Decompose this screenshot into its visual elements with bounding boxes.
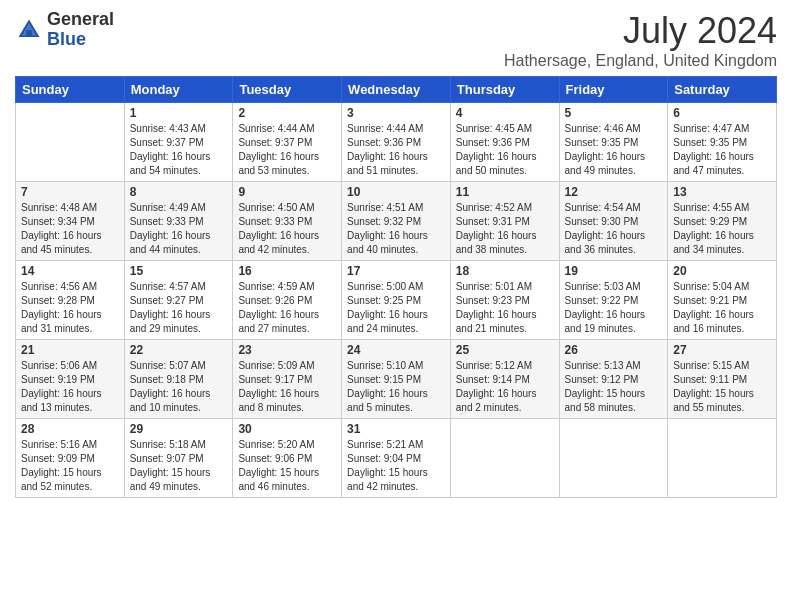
- day-info: Sunrise: 5:13 AMSunset: 9:12 PMDaylight:…: [565, 359, 663, 415]
- logo-blue: Blue: [47, 30, 114, 50]
- day-number: 13: [673, 185, 771, 199]
- day-info: Sunrise: 5:00 AMSunset: 9:25 PMDaylight:…: [347, 280, 445, 336]
- day-number: 15: [130, 264, 228, 278]
- day-info: Sunrise: 4:55 AMSunset: 9:29 PMDaylight:…: [673, 201, 771, 257]
- calendar-cell: 18Sunrise: 5:01 AMSunset: 9:23 PMDayligh…: [450, 261, 559, 340]
- day-number: 25: [456, 343, 554, 357]
- calendar-cell: 17Sunrise: 5:00 AMSunset: 9:25 PMDayligh…: [342, 261, 451, 340]
- calendar-cell: [450, 419, 559, 498]
- calendar-cell: 31Sunrise: 5:21 AMSunset: 9:04 PMDayligh…: [342, 419, 451, 498]
- calendar-week-row: 1Sunrise: 4:43 AMSunset: 9:37 PMDaylight…: [16, 103, 777, 182]
- day-number: 11: [456, 185, 554, 199]
- day-info: Sunrise: 5:18 AMSunset: 9:07 PMDaylight:…: [130, 438, 228, 494]
- calendar-cell: [559, 419, 668, 498]
- day-info: Sunrise: 5:12 AMSunset: 9:14 PMDaylight:…: [456, 359, 554, 415]
- day-number: 23: [238, 343, 336, 357]
- day-number: 27: [673, 343, 771, 357]
- day-number: 24: [347, 343, 445, 357]
- calendar-cell: 5Sunrise: 4:46 AMSunset: 9:35 PMDaylight…: [559, 103, 668, 182]
- day-number: 30: [238, 422, 336, 436]
- day-info: Sunrise: 4:57 AMSunset: 9:27 PMDaylight:…: [130, 280, 228, 336]
- day-info: Sunrise: 5:07 AMSunset: 9:18 PMDaylight:…: [130, 359, 228, 415]
- calendar-cell: 12Sunrise: 4:54 AMSunset: 9:30 PMDayligh…: [559, 182, 668, 261]
- day-number: 19: [565, 264, 663, 278]
- calendar-cell: 8Sunrise: 4:49 AMSunset: 9:33 PMDaylight…: [124, 182, 233, 261]
- svg-rect-2: [26, 30, 32, 37]
- day-info: Sunrise: 4:49 AMSunset: 9:33 PMDaylight:…: [130, 201, 228, 257]
- day-info: Sunrise: 4:56 AMSunset: 9:28 PMDaylight:…: [21, 280, 119, 336]
- day-info: Sunrise: 5:09 AMSunset: 9:17 PMDaylight:…: [238, 359, 336, 415]
- calendar-cell: 10Sunrise: 4:51 AMSunset: 9:32 PMDayligh…: [342, 182, 451, 261]
- calendar-cell: 23Sunrise: 5:09 AMSunset: 9:17 PMDayligh…: [233, 340, 342, 419]
- day-info: Sunrise: 4:48 AMSunset: 9:34 PMDaylight:…: [21, 201, 119, 257]
- logo-icon: [15, 16, 43, 44]
- day-info: Sunrise: 5:20 AMSunset: 9:06 PMDaylight:…: [238, 438, 336, 494]
- calendar-cell: 29Sunrise: 5:18 AMSunset: 9:07 PMDayligh…: [124, 419, 233, 498]
- calendar-cell: 15Sunrise: 4:57 AMSunset: 9:27 PMDayligh…: [124, 261, 233, 340]
- calendar-cell: 19Sunrise: 5:03 AMSunset: 9:22 PMDayligh…: [559, 261, 668, 340]
- day-info: Sunrise: 5:03 AMSunset: 9:22 PMDaylight:…: [565, 280, 663, 336]
- calendar-cell: [668, 419, 777, 498]
- day-info: Sunrise: 4:54 AMSunset: 9:30 PMDaylight:…: [565, 201, 663, 257]
- calendar-cell: 16Sunrise: 4:59 AMSunset: 9:26 PMDayligh…: [233, 261, 342, 340]
- calendar-page: General Blue July 2024 Hathersage, Engla…: [0, 0, 792, 513]
- title-block: July 2024 Hathersage, England, United Ki…: [504, 10, 777, 70]
- day-number: 6: [673, 106, 771, 120]
- day-info: Sunrise: 4:52 AMSunset: 9:31 PMDaylight:…: [456, 201, 554, 257]
- day-info: Sunrise: 4:44 AMSunset: 9:37 PMDaylight:…: [238, 122, 336, 178]
- logo-text: General Blue: [47, 10, 114, 50]
- day-number: 31: [347, 422, 445, 436]
- day-info: Sunrise: 5:01 AMSunset: 9:23 PMDaylight:…: [456, 280, 554, 336]
- calendar-cell: 28Sunrise: 5:16 AMSunset: 9:09 PMDayligh…: [16, 419, 125, 498]
- day-info: Sunrise: 4:46 AMSunset: 9:35 PMDaylight:…: [565, 122, 663, 178]
- calendar-cell: 2Sunrise: 4:44 AMSunset: 9:37 PMDaylight…: [233, 103, 342, 182]
- calendar-week-row: 28Sunrise: 5:16 AMSunset: 9:09 PMDayligh…: [16, 419, 777, 498]
- day-number: 9: [238, 185, 336, 199]
- day-info: Sunrise: 4:59 AMSunset: 9:26 PMDaylight:…: [238, 280, 336, 336]
- day-number: 14: [21, 264, 119, 278]
- calendar-cell: 30Sunrise: 5:20 AMSunset: 9:06 PMDayligh…: [233, 419, 342, 498]
- day-info: Sunrise: 5:16 AMSunset: 9:09 PMDaylight:…: [21, 438, 119, 494]
- calendar-cell: 7Sunrise: 4:48 AMSunset: 9:34 PMDaylight…: [16, 182, 125, 261]
- calendar-week-row: 14Sunrise: 4:56 AMSunset: 9:28 PMDayligh…: [16, 261, 777, 340]
- calendar-header-row: SundayMondayTuesdayWednesdayThursdayFrid…: [16, 77, 777, 103]
- day-number: 22: [130, 343, 228, 357]
- weekday-header: Thursday: [450, 77, 559, 103]
- weekday-header: Wednesday: [342, 77, 451, 103]
- calendar-cell: 27Sunrise: 5:15 AMSunset: 9:11 PMDayligh…: [668, 340, 777, 419]
- day-number: 3: [347, 106, 445, 120]
- calendar-cell: 4Sunrise: 4:45 AMSunset: 9:36 PMDaylight…: [450, 103, 559, 182]
- day-number: 1: [130, 106, 228, 120]
- day-info: Sunrise: 5:10 AMSunset: 9:15 PMDaylight:…: [347, 359, 445, 415]
- calendar-cell: 21Sunrise: 5:06 AMSunset: 9:19 PMDayligh…: [16, 340, 125, 419]
- day-number: 16: [238, 264, 336, 278]
- day-number: 2: [238, 106, 336, 120]
- month-title: July 2024: [504, 10, 777, 52]
- day-info: Sunrise: 5:04 AMSunset: 9:21 PMDaylight:…: [673, 280, 771, 336]
- day-number: 28: [21, 422, 119, 436]
- day-number: 10: [347, 185, 445, 199]
- calendar-week-row: 7Sunrise: 4:48 AMSunset: 9:34 PMDaylight…: [16, 182, 777, 261]
- day-info: Sunrise: 5:06 AMSunset: 9:19 PMDaylight:…: [21, 359, 119, 415]
- weekday-header: Friday: [559, 77, 668, 103]
- weekday-header: Saturday: [668, 77, 777, 103]
- weekday-header: Tuesday: [233, 77, 342, 103]
- calendar-cell: 3Sunrise: 4:44 AMSunset: 9:36 PMDaylight…: [342, 103, 451, 182]
- calendar-week-row: 21Sunrise: 5:06 AMSunset: 9:19 PMDayligh…: [16, 340, 777, 419]
- logo: General Blue: [15, 10, 114, 50]
- calendar-cell: 6Sunrise: 4:47 AMSunset: 9:35 PMDaylight…: [668, 103, 777, 182]
- calendar-cell: 13Sunrise: 4:55 AMSunset: 9:29 PMDayligh…: [668, 182, 777, 261]
- calendar-cell: 25Sunrise: 5:12 AMSunset: 9:14 PMDayligh…: [450, 340, 559, 419]
- calendar-cell: 24Sunrise: 5:10 AMSunset: 9:15 PMDayligh…: [342, 340, 451, 419]
- calendar-cell: 9Sunrise: 4:50 AMSunset: 9:33 PMDaylight…: [233, 182, 342, 261]
- day-number: 4: [456, 106, 554, 120]
- calendar-cell: 26Sunrise: 5:13 AMSunset: 9:12 PMDayligh…: [559, 340, 668, 419]
- page-header: General Blue July 2024 Hathersage, Engla…: [15, 10, 777, 70]
- day-info: Sunrise: 4:51 AMSunset: 9:32 PMDaylight:…: [347, 201, 445, 257]
- day-number: 12: [565, 185, 663, 199]
- calendar-cell: 22Sunrise: 5:07 AMSunset: 9:18 PMDayligh…: [124, 340, 233, 419]
- day-number: 18: [456, 264, 554, 278]
- day-info: Sunrise: 4:47 AMSunset: 9:35 PMDaylight:…: [673, 122, 771, 178]
- day-number: 20: [673, 264, 771, 278]
- calendar-cell: [16, 103, 125, 182]
